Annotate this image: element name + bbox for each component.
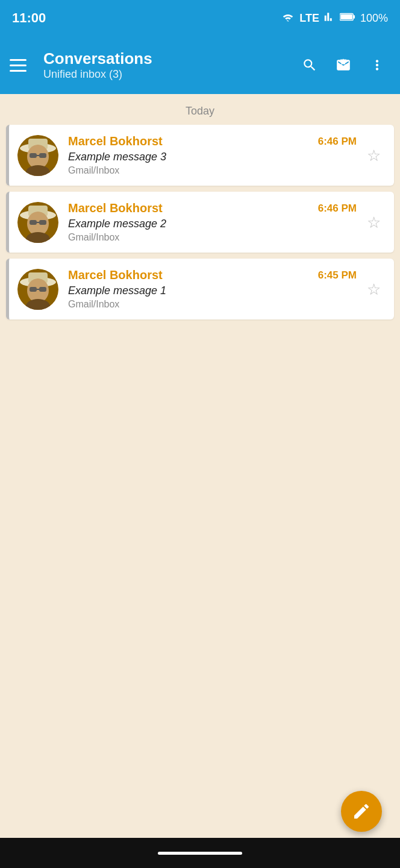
conversation-item[interactable]: Marcel Bokhorst 6:46 PM Example message … [6, 192, 394, 253]
conv-header-row: Marcel Bokhorst 6:46 PM [68, 134, 357, 148]
conv-sender: Marcel Bokhorst [68, 134, 163, 148]
svg-rect-8 [39, 153, 46, 158]
nav-indicator [158, 852, 242, 855]
conv-sender: Marcel Bokhorst [68, 268, 163, 282]
bottom-nav [0, 838, 400, 868]
star-icon: ☆ [367, 281, 381, 297]
app-bar-title-group: Conversations Unified inbox (3) [43, 49, 287, 81]
hamburger-button[interactable] [10, 53, 34, 77]
search-icon [302, 57, 317, 73]
conv-content: Marcel Bokhorst 6:46 PM Example message … [68, 134, 357, 176]
conv-folder: Gmail/Inbox [68, 299, 357, 310]
conv-time: 6:46 PM [318, 136, 357, 148]
svg-rect-23 [30, 287, 37, 292]
app-bar-actions [296, 52, 390, 78]
wifi-icon [281, 11, 295, 25]
conv-content: Marcel Bokhorst 6:46 PM Example message … [68, 201, 357, 243]
star-button[interactable]: ☆ [361, 210, 386, 234]
conv-time: 6:46 PM [318, 203, 357, 215]
avatar [17, 202, 58, 243]
conv-subject: Example message 3 [68, 151, 357, 163]
svg-rect-1 [353, 15, 355, 19]
app-subtitle: Unified inbox (3) [43, 68, 287, 81]
conv-header-row: Marcel Bokhorst 6:45 PM [68, 268, 357, 282]
search-button[interactable] [296, 52, 323, 78]
hamburger-line-3 [10, 70, 27, 72]
conv-sender: Marcel Bokhorst [68, 201, 163, 215]
compose-icon [352, 802, 371, 821]
star-button[interactable]: ☆ [361, 277, 386, 301]
avatar [17, 135, 58, 176]
svg-rect-24 [39, 287, 46, 292]
conv-subject: Example message 1 [68, 285, 357, 297]
conv-header-row: Marcel Bokhorst 6:46 PM [68, 201, 357, 215]
battery-icon [340, 12, 355, 25]
conv-folder: Gmail/Inbox [68, 165, 357, 176]
app-title: Conversations [43, 49, 287, 68]
svg-rect-15 [30, 220, 37, 225]
svg-rect-7 [30, 153, 37, 158]
app-bar: Conversations Unified inbox (3) [0, 36, 400, 94]
status-time: 11:00 [12, 10, 46, 26]
conversation-list: Marcel Bokhorst 6:46 PM Example message … [0, 125, 400, 326]
hamburger-line-2 [10, 64, 27, 66]
starred-icon [336, 57, 351, 73]
section-header-today: Today [0, 94, 400, 125]
svg-rect-2 [340, 14, 352, 19]
lte-icon: LTE [299, 12, 319, 25]
star-icon: ☆ [367, 215, 381, 230]
hamburger-line-1 [10, 59, 27, 61]
status-icons: LTE 100% [281, 11, 388, 25]
conv-time: 6:45 PM [318, 269, 357, 281]
conv-content: Marcel Bokhorst 6:45 PM Example message … [68, 268, 357, 310]
compose-fab[interactable] [341, 791, 382, 832]
conv-subject: Example message 2 [68, 218, 357, 230]
conv-folder: Gmail/Inbox [68, 232, 357, 243]
status-bar: 11:00 LTE 100% [0, 0, 400, 36]
avatar [17, 269, 58, 310]
svg-rect-16 [39, 220, 46, 225]
more-options-icon [369, 57, 385, 73]
battery-percent: 100% [360, 12, 388, 25]
more-options-button[interactable] [364, 52, 390, 78]
conversation-item[interactable]: Marcel Bokhorst 6:46 PM Example message … [6, 125, 394, 186]
star-button[interactable]: ☆ [361, 143, 386, 168]
signal-icon [324, 11, 335, 25]
star-icon: ☆ [367, 148, 381, 163]
conversation-item[interactable]: Marcel Bokhorst 6:45 PM Example message … [6, 259, 394, 319]
starred-button[interactable] [330, 52, 357, 78]
